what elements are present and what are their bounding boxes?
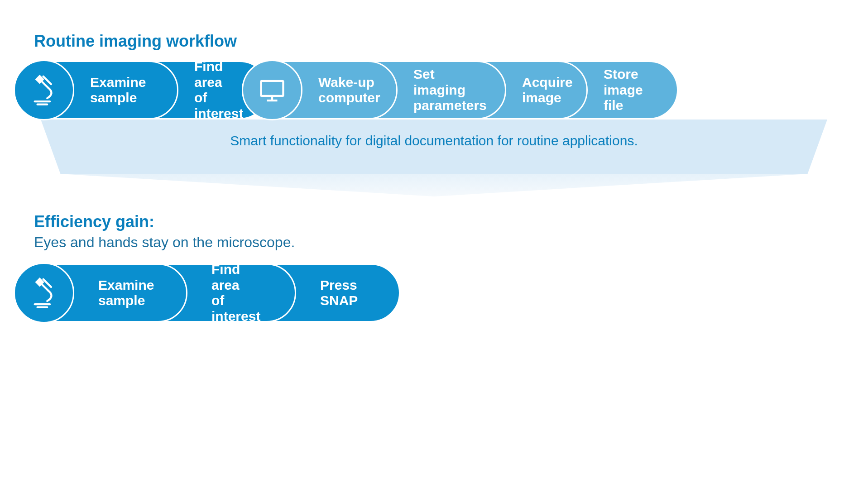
efficiency-row: Examinesample Find areaof interest Press… <box>14 263 854 322</box>
efficiency-title: Efficiency gain: <box>34 212 854 231</box>
svg-rect-12 <box>37 279 43 285</box>
caption-banner: Smart functionality for digital document… <box>41 120 827 174</box>
routine-row: Examinesample Find areaof interest Wake-… <box>14 61 854 120</box>
svg-rect-5 <box>261 81 283 96</box>
step-label: Examinesample <box>98 277 154 309</box>
microscope-svg <box>28 74 60 106</box>
routine-title: Routine imaging workflow <box>34 32 854 51</box>
step-label: Wake-upcomputer <box>318 75 380 106</box>
monitor-svg <box>256 74 288 106</box>
microscope-icon <box>14 60 74 120</box>
step-label: Set imagingparameters <box>413 67 487 114</box>
diagram-root: Routine imaging workflow Examinesample F… <box>0 0 868 336</box>
microscope-svg <box>28 277 60 309</box>
efficiency-desc: Eyes and hands stay on the microscope. <box>34 234 854 251</box>
step-label: Storeimage file <box>604 67 659 114</box>
svg-rect-4 <box>37 76 43 82</box>
step-label: Find areaof interest <box>211 262 263 324</box>
microscope-icon <box>14 263 74 323</box>
caption-text: Smart functionality for digital document… <box>230 133 638 148</box>
monitor-icon <box>242 60 302 120</box>
step-label: Find areaof interest <box>194 59 249 121</box>
efficiency-section: Efficiency gain: Eyes and hands stay on … <box>34 212 854 251</box>
step-label: Acquireimage <box>522 75 573 106</box>
step-label: Examinesample <box>90 75 146 106</box>
step-label: PressSNAP <box>320 277 358 309</box>
chevron-down-icon <box>41 174 827 196</box>
